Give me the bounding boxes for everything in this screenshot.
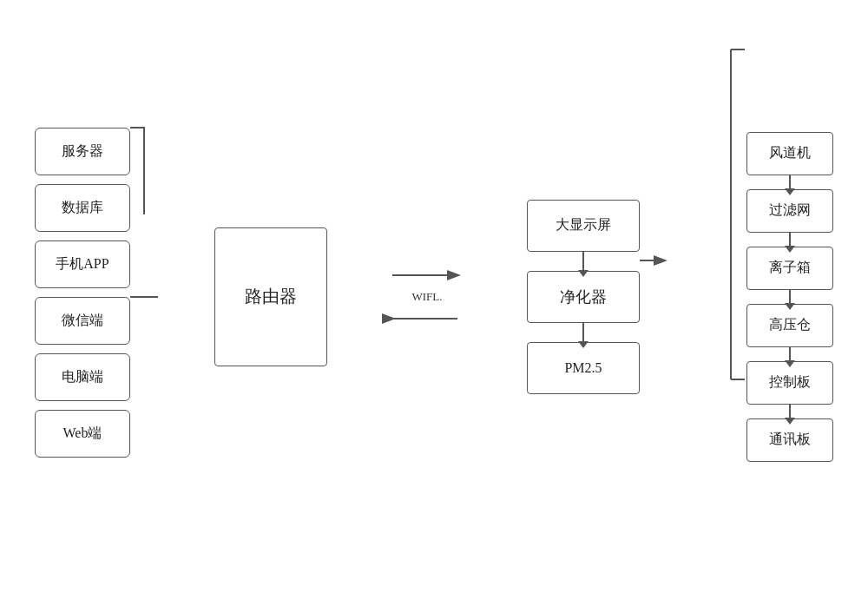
right-item-0: 风道机 [746,132,833,175]
left-item-5: Web端 [35,410,130,458]
center-item-1: 净化器 [527,271,640,323]
right-item-wrap-3: 高压仓 [746,304,833,361]
left-item-3: 微信端 [35,297,130,345]
router-box: 路由器 [214,227,327,366]
right-bracket-svg [727,49,746,544]
right-connector-3 [789,347,791,361]
right-connector-2 [789,290,791,304]
right-item-3: 高压仓 [746,304,833,347]
right-item-wrap-2: 离子箱 [746,247,833,304]
right-item-wrap-4: 控制板 [746,361,833,418]
right-item-wrap-1: 过滤网 [746,189,833,247]
arrow-right-svg [388,263,466,287]
right-item-5: 通讯板 [746,418,833,462]
arrow-left-svg [388,306,466,331]
right-item-wrap-0: 风道机 [746,132,833,189]
center-connector-1 [582,323,584,342]
center-item-0: 大显示屏 [527,200,640,252]
right-connector-1 [789,233,791,247]
left-item-0: 服务器 [35,128,130,175]
right-item-2: 离子箱 [746,247,833,290]
right-item-wrap-5: 通讯板 [746,418,833,462]
right-item-1: 过滤网 [746,189,833,233]
wifi-arrow-section: WIFL. [384,263,470,331]
right-item-4: 控制板 [746,361,833,405]
left-bracket-svg [128,128,148,466]
right-connector-4 [789,405,791,418]
left-item-4: 电脑端 [35,353,130,401]
left-column: 服务器 数据库 手机APP 微信端 电脑端 Web端 [35,128,130,466]
right-column: 风道机 过滤网 离子箱 高压仓 控制板 通讯板 [746,132,833,462]
purifier-to-right-arrow [640,260,671,261]
architecture-diagram: 服务器 数据库 手机APP 微信端 电脑端 Web端 路由器 [35,28,833,566]
left-item-1: 数据库 [35,184,130,232]
center-connector-0 [582,252,584,271]
wifi-label: WIFL. [411,290,442,304]
right-connector-0 [789,175,791,189]
center-item-2: PM2.5 [527,342,640,394]
left-item-2: 手机APP [35,240,130,288]
center-column: 大显示屏 净化器 PM2.5 [527,200,640,394]
